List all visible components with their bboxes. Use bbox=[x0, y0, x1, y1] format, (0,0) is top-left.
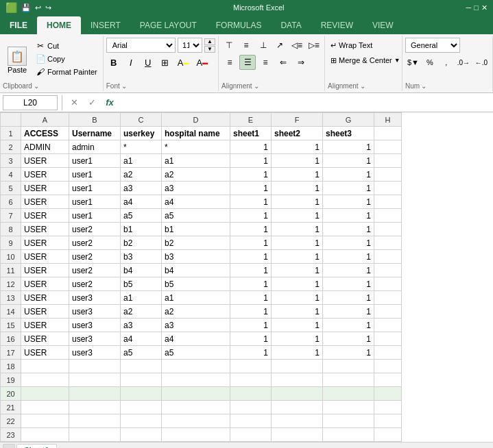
cell[interactable] bbox=[374, 319, 402, 332]
cell[interactable]: a1 bbox=[162, 154, 230, 168]
col-header-h[interactable]: H bbox=[374, 113, 402, 127]
percent-button[interactable]: % bbox=[422, 55, 437, 70]
font-color-button[interactable]: A▬ bbox=[193, 55, 211, 70]
cell[interactable]: 1 bbox=[323, 168, 374, 182]
cell[interactable] bbox=[230, 360, 272, 373]
cell[interactable]: user1 bbox=[69, 182, 121, 195]
cell[interactable]: 1 bbox=[230, 223, 272, 236]
cell[interactable]: a2 bbox=[121, 168, 162, 182]
cell[interactable]: 1 bbox=[230, 291, 272, 305]
cell[interactable] bbox=[121, 373, 162, 387]
bold-button[interactable]: B bbox=[106, 55, 121, 70]
cell[interactable]: 1 bbox=[230, 277, 272, 291]
cell[interactable] bbox=[272, 414, 323, 428]
cell[interactable]: USER bbox=[21, 209, 69, 223]
cell[interactable]: 1 bbox=[272, 154, 323, 168]
cell[interactable] bbox=[374, 154, 402, 168]
row-header-22[interactable]: 22 bbox=[1, 414, 21, 428]
cell[interactable]: b3 bbox=[121, 250, 162, 264]
cell[interactable] bbox=[121, 360, 162, 373]
cell[interactable]: a5 bbox=[121, 209, 162, 223]
cell[interactable] bbox=[374, 332, 402, 346]
cell[interactable]: 1 bbox=[230, 209, 272, 223]
row-header-2[interactable]: 2 bbox=[1, 140, 21, 154]
row-header-9[interactable]: 9 bbox=[1, 236, 21, 250]
indent-decrease-button[interactable]: ◁≡ bbox=[289, 38, 305, 53]
cell[interactable]: Username bbox=[69, 127, 121, 140]
cell[interactable]: user3 bbox=[69, 319, 121, 332]
undo-icon[interactable]: ↩ bbox=[35, 3, 41, 12]
maximize-icon[interactable]: □ bbox=[474, 3, 479, 12]
cell[interactable] bbox=[69, 428, 121, 442]
cell[interactable] bbox=[374, 277, 402, 291]
cell[interactable]: hospital name bbox=[162, 127, 230, 140]
cell[interactable]: a2 bbox=[121, 305, 162, 319]
cell[interactable] bbox=[323, 387, 374, 401]
align-middle-button[interactable]: ≡ bbox=[239, 38, 254, 53]
align-left-button[interactable]: ≡ bbox=[221, 55, 238, 70]
cell[interactable]: a5 bbox=[162, 346, 230, 360]
cell[interactable] bbox=[272, 401, 323, 414]
cell[interactable]: 1 bbox=[230, 305, 272, 319]
cell[interactable]: user1 bbox=[69, 154, 121, 168]
col-header-e[interactable]: E bbox=[230, 113, 272, 127]
cell[interactable]: 1 bbox=[272, 264, 323, 277]
cell[interactable]: b1 bbox=[121, 223, 162, 236]
row-header-7[interactable]: 7 bbox=[1, 209, 21, 223]
indent-increase-button[interactable]: ▷≡ bbox=[306, 38, 322, 53]
cell[interactable]: b3 bbox=[162, 250, 230, 264]
cell[interactable]: 1 bbox=[230, 250, 272, 264]
cell[interactable]: 1 bbox=[272, 236, 323, 250]
cell[interactable] bbox=[374, 360, 402, 373]
cell[interactable]: b5 bbox=[121, 277, 162, 291]
cell[interactable]: 1 bbox=[230, 236, 272, 250]
row-header-20[interactable]: 20 bbox=[1, 387, 21, 401]
tab-review[interactable]: REVIEW bbox=[311, 16, 363, 34]
cell[interactable]: a3 bbox=[162, 182, 230, 195]
row-header-8[interactable]: 8 bbox=[1, 223, 21, 236]
cell[interactable] bbox=[374, 305, 402, 319]
align-bottom-button[interactable]: ⊥ bbox=[255, 38, 271, 53]
cell[interactable]: user3 bbox=[69, 346, 121, 360]
close-icon[interactable]: ✕ bbox=[481, 3, 488, 12]
cell[interactable] bbox=[162, 414, 230, 428]
col-header-g[interactable]: G bbox=[323, 113, 374, 127]
cell[interactable]: a1 bbox=[121, 154, 162, 168]
cell[interactable] bbox=[69, 360, 121, 373]
cell[interactable]: 1 bbox=[323, 223, 374, 236]
cell[interactable] bbox=[121, 401, 162, 414]
cell[interactable]: 1 bbox=[323, 305, 374, 319]
cell[interactable]: sheet2 bbox=[272, 127, 323, 140]
increase-indent-button[interactable]: ⇒ bbox=[293, 55, 309, 70]
cell[interactable]: 1 bbox=[272, 319, 323, 332]
cell[interactable]: b2 bbox=[121, 236, 162, 250]
cell[interactable] bbox=[230, 401, 272, 414]
cell[interactable] bbox=[374, 387, 402, 401]
row-header-23[interactable]: 23 bbox=[1, 428, 21, 442]
border-button[interactable]: ⊞ bbox=[158, 55, 173, 70]
cell[interactable] bbox=[162, 428, 230, 442]
cell[interactable] bbox=[21, 401, 69, 414]
cell[interactable]: 1 bbox=[323, 154, 374, 168]
merge-dropdown-icon[interactable]: ▼ bbox=[394, 57, 400, 64]
cell[interactable]: USER bbox=[21, 291, 69, 305]
cell[interactable] bbox=[69, 387, 121, 401]
cell[interactable]: 1 bbox=[230, 140, 272, 154]
cell[interactable]: user2 bbox=[69, 223, 121, 236]
col-header-b[interactable]: B bbox=[69, 113, 121, 127]
clipboard-expand-icon[interactable]: ⌄ bbox=[34, 82, 39, 90]
cell[interactable]: ACCESS bbox=[21, 127, 69, 140]
cell[interactable] bbox=[162, 373, 230, 387]
cell[interactable]: a4 bbox=[162, 195, 230, 209]
cell[interactable] bbox=[272, 360, 323, 373]
cell[interactable]: a4 bbox=[162, 332, 230, 346]
cell[interactable]: 1 bbox=[230, 168, 272, 182]
cell[interactable]: admin bbox=[69, 140, 121, 154]
cell[interactable] bbox=[323, 401, 374, 414]
underline-button[interactable]: U bbox=[141, 55, 156, 70]
minimize-icon[interactable]: ─ bbox=[466, 3, 472, 12]
cell[interactable]: 1 bbox=[323, 250, 374, 264]
cell[interactable] bbox=[374, 195, 402, 209]
merge-center-button[interactable]: ⊞ Merge & Center ▼ bbox=[328, 53, 399, 68]
cell[interactable]: a5 bbox=[162, 209, 230, 223]
